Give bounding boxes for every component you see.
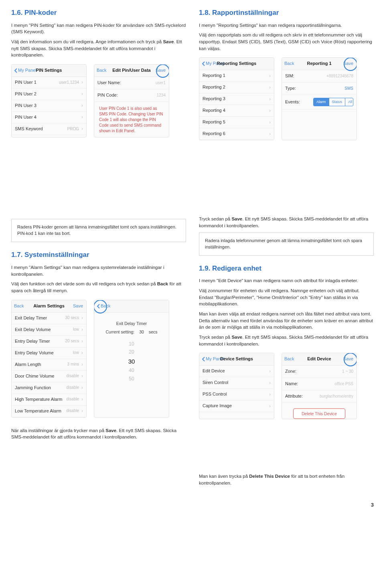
- form-row[interactable]: Attribute:burglar/home/entry: [282, 390, 357, 403]
- list-item[interactable]: Jamming Functiondisable›: [12, 382, 86, 394]
- heading-1-7: 1.7. Systeminställningar: [11, 250, 186, 260]
- list-item[interactable]: Reporting 2›: [199, 82, 274, 93]
- list-item[interactable]: Reporting 5›: [199, 117, 274, 128]
- list-item[interactable]: PIN User 4›: [12, 112, 86, 123]
- para: Välj den information som du vill rediger…: [11, 38, 186, 59]
- para: Tryck sedan på Save. Ett nytt SMS skapas…: [199, 334, 374, 347]
- para: Välj den funktion och det värde som du v…: [11, 281, 186, 294]
- list-item[interactable]: Exit Delay Volumelow›: [12, 324, 86, 336]
- para: Välj zonnummer för enheten du vill redig…: [199, 287, 374, 307]
- screenshot-device-settings: My Panel Device Settings Edit Device›Sir…: [199, 353, 274, 419]
- value-picker[interactable]: 10 20 30 40 50: [94, 340, 169, 383]
- list-item[interactable]: Alarm Length3 mins›: [12, 359, 86, 371]
- sim-label: SIM:: [285, 73, 313, 79]
- list-item[interactable]: Reporting 6›: [199, 128, 274, 140]
- events-segmented[interactable]: Alarm Status All: [313, 98, 353, 106]
- form-row[interactable]: Zone:1 ~ 30: [282, 366, 357, 378]
- back-button[interactable]: Back: [12, 303, 26, 309]
- current-value: 30: [139, 329, 144, 335]
- highlight-circle-icon: [344, 353, 357, 366]
- events-label: Events:: [285, 99, 313, 105]
- form-row[interactable]: User Name:user1: [94, 77, 169, 89]
- type-label: Type:: [285, 85, 313, 92]
- list-item[interactable]: PSS Control›: [199, 389, 274, 400]
- para: Tryck sedan på Save. Ett nytt SMS skapas…: [199, 216, 374, 229]
- note-box: Radera inlagda telefonnummer genom att l…: [199, 232, 374, 256]
- note-box: Radera PIN-koder genom att lämna inmatni…: [11, 219, 186, 242]
- page-number: 3: [11, 489, 374, 509]
- list-item[interactable]: Capture Image›: [199, 400, 274, 412]
- screenshot-exit-delay-timer: Back Exit Delay Timer Current setting: 3…: [94, 300, 169, 418]
- list-item[interactable]: SMS KeywordPROG›: [12, 123, 86, 135]
- back-button[interactable]: Back: [282, 61, 296, 67]
- heading-1-9: 1.9. Redigera enhet: [199, 264, 374, 274]
- list-item[interactable]: Low Temperature Alarmdisable›: [12, 406, 86, 417]
- list-item[interactable]: Siren Control›: [199, 377, 274, 389]
- list-item[interactable]: Door Chime Volumedisable›: [12, 371, 86, 382]
- screenshot-edit-device: Back Edit Device Save Zone:1 ~ 30Name:of…: [282, 353, 357, 419]
- para: Man kan även trycka på Delete This Devic…: [199, 473, 374, 486]
- chevron-left-icon: [14, 68, 17, 73]
- form-row[interactable]: Name:office PSS: [282, 378, 357, 390]
- list-item[interactable]: Exit Delay Timer30 secs›: [12, 313, 86, 324]
- para: Man kan även välja att endast redigera n…: [199, 311, 374, 331]
- screenshot-alarm-settings: Back Alarm Settings Save Exit Delay Time…: [11, 300, 87, 418]
- list-item[interactable]: PIN User 2›: [12, 89, 86, 100]
- screenshot-reporting-settings: My Panel Reporting Settings Reporting 1›…: [199, 57, 274, 140]
- para: I menyn "Alarm Settings" kan man rediger…: [11, 264, 186, 277]
- seg-all[interactable]: All: [345, 98, 353, 106]
- back-button[interactable]: My Panel: [12, 67, 39, 74]
- para: Välj den rapportplats som du vill redige…: [199, 32, 374, 52]
- form-row[interactable]: PIN Code:1234: [94, 89, 169, 102]
- back-button[interactable]: My Panel: [199, 61, 227, 67]
- list-item[interactable]: Reporting 4›: [199, 105, 274, 117]
- list-item[interactable]: PIN User 1user1,1234›: [12, 77, 86, 89]
- heading-1-6: 1.6. PIN-koder: [11, 8, 186, 18]
- back-button[interactable]: My Panel: [199, 356, 227, 362]
- chevron-left-icon: [202, 61, 205, 66]
- type-value[interactable]: SMS: [344, 86, 353, 92]
- back-button[interactable]: Back: [94, 67, 109, 74]
- chevron-left-icon: [202, 357, 205, 362]
- heading-1-8: 1.8. Rapportinställningar: [199, 8, 374, 18]
- screenshot-reporting-edit: Back Reporting 1 Save SIM:+88912345678 T…: [282, 57, 357, 140]
- save-button[interactable]: Save: [73, 303, 86, 309]
- timer-title: Exit Delay Timer: [94, 321, 169, 327]
- highlight-circle-icon: [94, 300, 107, 313]
- screenshot-edit-pin: Back Edit Pin/User Data Save User Name:u…: [94, 64, 169, 137]
- sim-value[interactable]: +88912345678: [326, 73, 353, 79]
- para: I menyn "PIN Setting" kan man redigera P…: [11, 22, 186, 35]
- highlight-circle-icon: [156, 64, 169, 78]
- seg-status[interactable]: Status: [329, 98, 345, 106]
- list-item[interactable]: Edit Device›: [199, 366, 274, 377]
- list-item[interactable]: Entry Delay Volumelow›: [12, 348, 86, 359]
- list-item[interactable]: Reporting 3›: [199, 93, 274, 105]
- warning-note: User PIN Code 1 is also used as SMS PIN …: [94, 102, 169, 137]
- current-label: Current setting:: [105, 329, 134, 335]
- para: I menyn "Edit Device" kan man redigera n…: [199, 277, 374, 284]
- back-button[interactable]: Back: [282, 356, 296, 362]
- highlight-circle-icon: [344, 57, 357, 71]
- list-item[interactable]: Reporting 1›: [199, 70, 274, 82]
- screenshot-pin-settings: My Panel PIN Settings PIN User 1user1,12…: [11, 64, 87, 137]
- delete-device-button[interactable]: Delete This Device: [293, 408, 345, 419]
- seg-alarm[interactable]: Alarm: [314, 98, 329, 106]
- list-item[interactable]: High Temperature Alarmdisable›: [12, 394, 86, 406]
- para: När alla inställningar är gjorda trycker…: [11, 427, 186, 440]
- para: I menyn "Reporting Settings" kan man red…: [199, 22, 374, 29]
- list-item[interactable]: Entry Delay Timer20 secs›: [12, 336, 86, 348]
- list-item[interactable]: PIN User 3›: [12, 100, 86, 112]
- current-unit: secs: [149, 329, 158, 335]
